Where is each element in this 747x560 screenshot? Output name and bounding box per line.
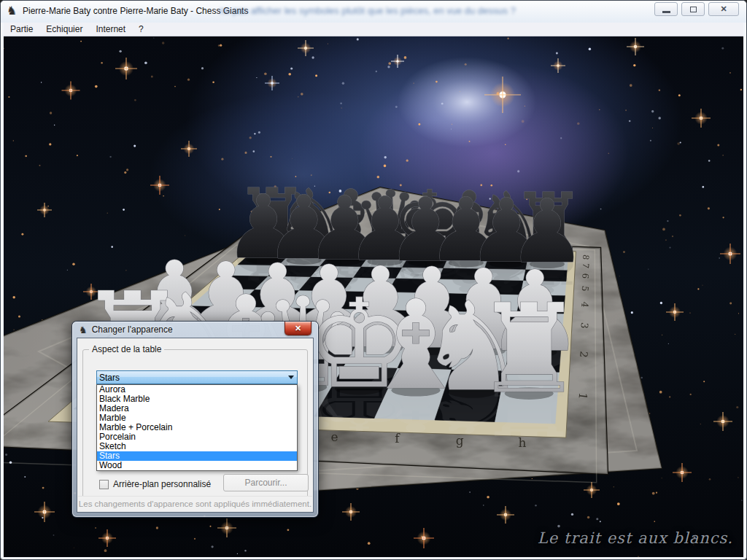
close-button[interactable]: ✕ bbox=[708, 2, 739, 16]
maximize-button[interactable] bbox=[681, 2, 705, 16]
chevron-down-icon bbox=[288, 376, 294, 379]
dialog-title: Changer l'apparence bbox=[92, 324, 173, 335]
dialog-close-button[interactable]: ✕ bbox=[285, 322, 311, 335]
dialog-title-bar[interactable]: ♞ Changer l'apparence ✕ bbox=[72, 322, 318, 338]
browse-button[interactable]: Parcourir... bbox=[223, 474, 309, 491]
checkbox-label: Arrière-plan personnalisé bbox=[113, 479, 211, 489]
menu-bar: PartieEchiquierInternet? bbox=[4, 23, 743, 36]
chess-giants-window: ♞ Pierre-Marie Baty contre Pierre-Marie … bbox=[0, 0, 747, 560]
menu-item-partie[interactable]: Partie bbox=[4, 23, 39, 35]
turn-status-text: Le trait est aux blancs. bbox=[538, 529, 733, 547]
table-aspect-droplist: AuroraBlack MarbleMaderaMarbleMarble + P… bbox=[96, 384, 298, 471]
title-bar[interactable]: ♞ Pierre-Marie Baty contre Pierre-Marie … bbox=[1, 1, 746, 23]
app-icon: ♞ bbox=[7, 4, 17, 18]
restore-icon bbox=[690, 7, 697, 12]
custom-background-row: Arrière-plan personnalisé bbox=[99, 479, 211, 489]
svg-text:♜: ♜ bbox=[474, 278, 584, 421]
chess-piece-white-r[interactable]: ♜♜ bbox=[474, 278, 584, 448]
droplist-option-sketch[interactable]: Sketch bbox=[97, 442, 297, 451]
groupbox-label: Aspect de la table bbox=[89, 344, 164, 354]
close-icon: ✕ bbox=[720, 5, 727, 13]
minimize-button[interactable] bbox=[654, 2, 678, 16]
dialog-knight-icon: ♞ bbox=[79, 324, 88, 335]
appearance-dialog[interactable]: ♞ Changer l'apparence ✕ Aspect de la tab… bbox=[72, 322, 318, 517]
table-aspect-combobox[interactable]: Stars bbox=[96, 370, 298, 384]
droplist-option-porcelain[interactable]: Porcelain bbox=[97, 432, 297, 442]
menu-item-internet[interactable]: Internet bbox=[89, 23, 132, 35]
droplist-option-madera[interactable]: Madera bbox=[97, 404, 297, 413]
droplist-option-stars[interactable]: Stars bbox=[97, 451, 297, 461]
dialog-body: Aspect de la table Stars AuroraBlack Mar… bbox=[77, 338, 314, 513]
combobox-value: Stars bbox=[97, 373, 285, 383]
menu-item-echiquier[interactable]: Echiquier bbox=[39, 23, 89, 35]
minimize-icon bbox=[662, 11, 670, 13]
ghost-tooltip-text: ne pas afficher les symboles plutôt que … bbox=[220, 5, 657, 16]
menu-item--[interactable]: ? bbox=[132, 23, 150, 35]
dialog-status-text: Les changements d'apparence sont appliqu… bbox=[78, 496, 312, 511]
window-title: Pierre-Marie Baty contre Pierre-Marie Ba… bbox=[23, 6, 248, 16]
window-controls: ✕ bbox=[654, 2, 739, 16]
custom-background-checkbox[interactable] bbox=[99, 480, 109, 489]
combobox-dropdown-zone[interactable] bbox=[285, 371, 297, 384]
droplist-option-wood[interactable]: Wood bbox=[97, 461, 297, 470]
